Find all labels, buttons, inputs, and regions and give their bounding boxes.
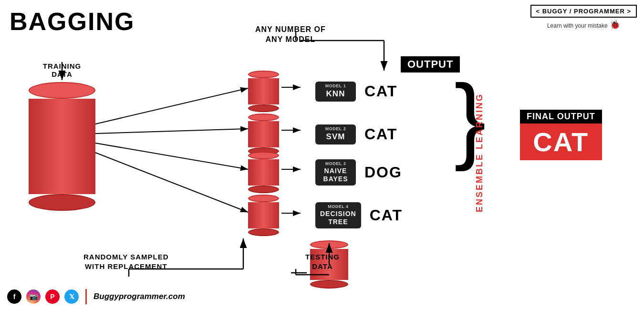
logo: < BUGGY / PROGRAMMER > Learn with your m… — [530, 5, 637, 30]
final-output-value: CAT — [520, 124, 602, 160]
output-knn: CAT — [364, 83, 397, 100]
training-label: TRAINING DATA — [43, 62, 82, 78]
model-box-naivebayes: MODEL 3 NAIVEBAYES — [315, 159, 356, 186]
ensemble-label: ENSEMBLE LEARNING — [467, 74, 491, 231]
logo-text: < BUGGY / PROGRAMMER > — [536, 8, 631, 15]
model-box-decisiontree: MODEL 4 DECISIONTREE — [315, 202, 361, 229]
website-label[interactable]: Buggyprogrammer.com — [93, 292, 185, 301]
final-output-section: FINAL OUTPUT CAT — [520, 110, 602, 160]
model-db-1 — [248, 71, 279, 112]
page-title: BAGGING — [10, 7, 135, 36]
model-db-2 — [248, 114, 279, 155]
final-output-label: FINAL OUTPUT — [520, 110, 602, 124]
training-db — [29, 82, 95, 211]
model-row-1: MODEL 1 KNN CAT — [248, 71, 397, 112]
output-decisiontree: CAT — [370, 207, 403, 224]
pinterest-icon[interactable]: P — [45, 289, 60, 304]
output-naivebayes: DOG — [364, 164, 402, 181]
ladybug-icon: 🐞 — [610, 20, 620, 30]
svg-line-6 — [95, 153, 248, 212]
model-box-knn: MODEL 1 KNN — [315, 82, 356, 102]
output-header: OUTPUT — [401, 56, 460, 72]
twitter-icon[interactable]: 𝕏 — [64, 289, 79, 304]
svg-line-5 — [95, 143, 248, 169]
randomly-sampled-label: RANDOMLY SAMPLED WITH REPLACEMENT — [83, 252, 169, 271]
social-divider — [85, 289, 87, 304]
model-db-3 — [248, 152, 279, 193]
model-row-4: MODEL 4 DECISIONTREE CAT — [248, 195, 403, 236]
social-bar: f 📷 P 𝕏 Buggyprogrammer.com — [7, 289, 185, 304]
logo-box: < BUGGY / PROGRAMMER > — [530, 5, 637, 18]
model-box-svm: MODEL 2 SVM — [315, 124, 356, 145]
output-svm: CAT — [364, 125, 397, 143]
any-model-label: ANY NUMBER OF ANY MODEL — [255, 25, 326, 45]
svg-line-3 — [95, 88, 248, 124]
model-row-3: MODEL 3 NAIVEBAYES DOG — [248, 152, 402, 193]
svg-line-4 — [95, 129, 248, 134]
facebook-icon[interactable]: f — [7, 289, 21, 304]
training-data-section: TRAINING DATA — [29, 62, 95, 211]
logo-tagline: Learn with your mistake — [547, 22, 608, 29]
testing-label: TESTING DATA — [305, 252, 340, 271]
instagram-icon[interactable]: 📷 — [26, 289, 41, 304]
model-row-2: MODEL 2 SVM CAT — [248, 114, 397, 155]
model-db-4 — [248, 195, 279, 236]
